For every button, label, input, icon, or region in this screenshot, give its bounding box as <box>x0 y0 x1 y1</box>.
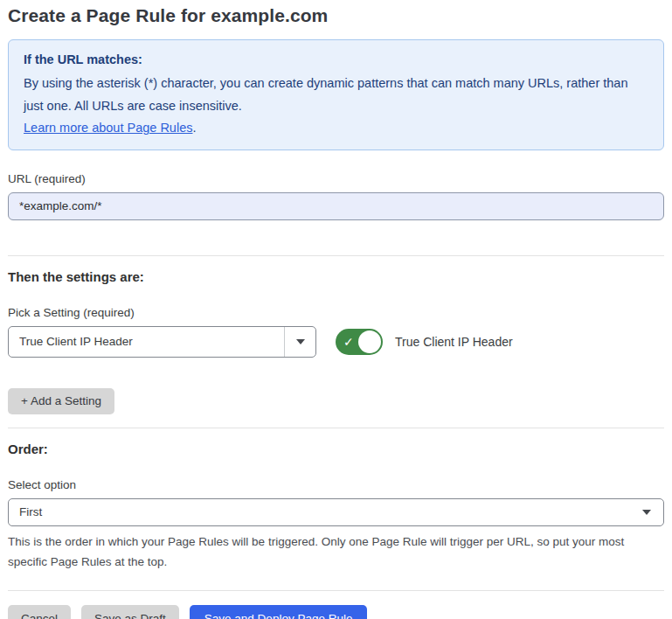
order-section-heading: Order: <box>8 442 664 456</box>
check-icon: ✓ <box>343 335 354 347</box>
settings-section-heading: Then the settings are: <box>8 269 664 284</box>
url-input[interactable] <box>8 192 664 220</box>
setting-select-value: True Client IP Header <box>9 335 284 348</box>
page-title: Create a Page Rule for example.com <box>8 5 664 26</box>
save-draft-button[interactable]: Save as Draft <box>81 605 179 619</box>
url-match-info-box: If the URL matches: By using the asteris… <box>8 39 664 150</box>
info-box-link-line: Learn more about Page Rules. <box>24 119 648 138</box>
order-select-label: Select option <box>8 478 664 491</box>
create-page-rule-form: Create a Page Rule for example.com If th… <box>0 0 672 619</box>
setting-row: True Client IP Header ✓ True Client IP H… <box>8 326 664 358</box>
footer-actions: Cancel Save as Draft Save and Deploy Pag… <box>8 605 664 619</box>
learn-more-link[interactable]: Learn more about Page Rules <box>24 121 192 135</box>
url-field-label: URL (required) <box>8 172 664 185</box>
setting-select[interactable]: True Client IP Header <box>8 326 316 358</box>
chevron-down-icon <box>642 510 651 515</box>
order-help-text: This is the order in which your Page Rul… <box>8 532 655 573</box>
link-suffix-text: . <box>192 121 196 135</box>
cancel-button[interactable]: Cancel <box>8 605 71 619</box>
order-select-value: First <box>9 505 642 518</box>
section-divider <box>8 428 664 428</box>
order-select-arrow <box>642 510 663 515</box>
info-box-heading: If the URL matches: <box>24 50 648 70</box>
setting-select-arrow-cell[interactable] <box>284 327 315 357</box>
order-select[interactable]: First <box>8 498 664 526</box>
pick-setting-label: Pick a Setting (required) <box>8 306 664 319</box>
add-setting-button[interactable]: + Add a Setting <box>8 388 114 414</box>
setting-toggle[interactable]: ✓ <box>336 329 383 355</box>
toggle-knob <box>358 330 381 353</box>
save-deploy-button[interactable]: Save and Deploy Page Rule <box>190 605 368 619</box>
toggle-label: True Client IP Header <box>395 335 513 349</box>
footer-divider <box>8 590 664 591</box>
section-divider <box>8 255 664 256</box>
info-box-body: By using the asterisk (*) character, you… <box>24 73 648 117</box>
chevron-down-icon <box>296 339 305 344</box>
